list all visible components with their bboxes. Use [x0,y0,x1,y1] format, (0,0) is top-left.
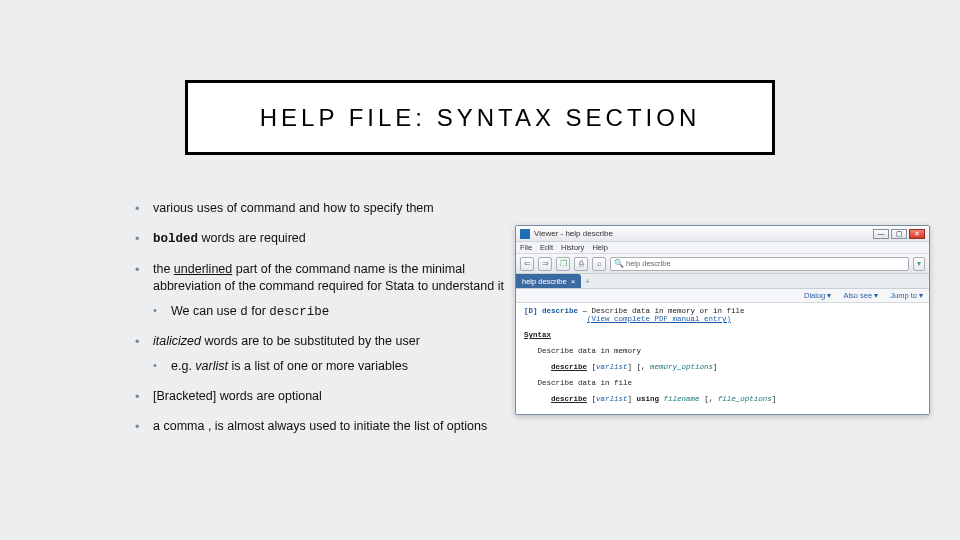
help-header: [D] describe — Describe data in memory o… [524,307,921,315]
bullet-list: various uses of command and how to speci… [135,200,515,448]
jump-to-link[interactable]: Jump to ▾ [890,291,923,300]
toolbar: ⇐ ⇒ ❐ ⎙ ⌕ 🔍 help describe ▾ [516,254,929,274]
bullet-2: bolded words are required [135,230,515,248]
italic-word: italicized [153,334,201,348]
section-2: Describe data in file [524,379,921,387]
bullet-1: various uses of command and how to speci… [135,200,515,217]
forward-button[interactable]: ⇒ [538,257,552,271]
menu-file[interactable]: File [520,243,532,252]
maximize-button[interactable]: ▢ [891,229,907,239]
stata-viewer-window: Viewer - help describe — ▢ ✕ File Edit H… [515,225,930,415]
italic-word: varlist [195,359,228,373]
close-button[interactable]: ✕ [909,229,925,239]
code: d [240,305,248,319]
find-button[interactable]: ⌕ [592,257,606,271]
tab-add-button[interactable]: + [581,274,593,288]
bullet-3: the underlined part of the command name … [135,261,515,321]
menu-history[interactable]: History [561,243,584,252]
bullet-5: [Bracketed] words are optional [135,388,515,405]
pdf-link[interactable]: (View complete PDF manual entry) [524,315,921,323]
code: describe [269,305,329,319]
slide-title: HELP FILE: SYNTAX SECTION [260,104,701,132]
bullet-3-sub: We can use d for describe [153,303,515,321]
menu-bar: File Edit History Help [516,242,929,254]
search-text: help describe [626,259,671,268]
text: for [248,304,270,318]
section-1: Describe data in memory [524,347,921,355]
bullet-4: italicized words are to be substituted b… [135,333,515,375]
minimize-button[interactable]: — [873,229,889,239]
also-see-link[interactable]: Also see ▾ [843,291,878,300]
text: words are to be substituted by the user [201,334,420,348]
search-input[interactable]: 🔍 help describe [610,257,909,271]
menu-help[interactable]: Help [592,243,607,252]
syntax-line-1: describe [varlist] [, memory_options] [524,363,921,371]
dialog-link[interactable]: Dialog ▾ [804,291,831,300]
text: e.g. [171,359,195,373]
syntax-line-2: describe [varlist] using filename [, fil… [524,395,921,403]
text: We can use [171,304,240,318]
text: words are required [198,231,306,245]
copy-button[interactable]: ❐ [556,257,570,271]
tab-bar: help describe × + [516,274,929,289]
print-button[interactable]: ⎙ [574,257,588,271]
tab-label: help describe [522,277,567,286]
window-title: Viewer - help describe [534,229,613,238]
bullet-4-sub: e.g. varlist is a list of one or more va… [153,358,515,375]
slide-title-box: HELP FILE: SYNTAX SECTION [185,80,775,155]
window-titlebar[interactable]: Viewer - help describe — ▢ ✕ [516,226,929,242]
tab-help-describe[interactable]: help describe × [516,274,581,288]
bold-word: bolded [153,232,198,246]
menu-edit[interactable]: Edit [540,243,553,252]
viewer-header-links: Dialog ▾ Also see ▾ Jump to ▾ [516,289,929,303]
search-dropdown[interactable]: ▾ [913,257,925,271]
tab-close-icon[interactable]: × [571,277,576,286]
text: is a list of one or more variables [228,359,408,373]
text: the [153,262,174,276]
underlined-word: underlined [174,262,232,276]
app-icon [520,229,530,239]
back-button[interactable]: ⇐ [520,257,534,271]
syntax-heading: Syntax [524,331,921,339]
viewer-body: [D] describe — Describe data in memory o… [516,303,929,414]
search-icon: 🔍 [614,259,624,268]
bullet-6: a comma , is almost always used to initi… [135,418,515,435]
